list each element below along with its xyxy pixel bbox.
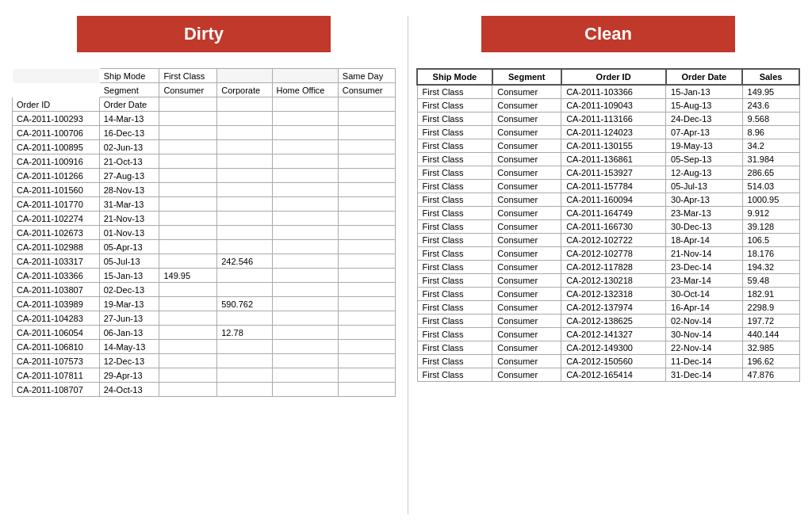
dirty-subheader-cell xyxy=(272,97,338,112)
dirty-cell xyxy=(272,197,338,212)
table-row: CA-2011-10298805-Apr-13 xyxy=(13,240,396,254)
clean-cell: First Class xyxy=(417,288,492,301)
dirty-cell xyxy=(159,140,217,154)
dirty-header2-cell: Corporate xyxy=(217,83,272,97)
table-row: CA-2011-10029314-Mar-13 xyxy=(13,112,396,126)
dirty-cell xyxy=(272,340,338,354)
dirty-cell xyxy=(272,240,338,254)
dirty-cell xyxy=(217,140,272,154)
table-row: CA-2011-10089502-Jun-13 xyxy=(13,140,396,154)
dirty-cell xyxy=(272,311,338,326)
clean-cell: 34.2 xyxy=(742,139,799,153)
table-row: First ClassConsumerCA-2012-13797416-Apr-… xyxy=(417,301,799,315)
clean-cell: Consumer xyxy=(492,139,561,153)
clean-cell: 149.95 xyxy=(742,85,799,99)
dirty-cell xyxy=(272,383,338,397)
dirty-cell xyxy=(217,212,272,226)
clean-cell: 106.5 xyxy=(742,234,799,247)
dirty-cell xyxy=(338,240,395,254)
clean-table-container: Ship ModeSegmentOrder IDOrder DateSales … xyxy=(416,68,800,382)
dirty-header2-cell: Home Office xyxy=(272,83,338,97)
clean-cell: CA-2011-103366 xyxy=(561,85,666,99)
dirty-cell: CA-2011-106054 xyxy=(13,326,100,340)
dirty-cell xyxy=(159,368,217,383)
clean-cell: CA-2011-153927 xyxy=(561,166,666,180)
clean-cell: Consumer xyxy=(492,274,561,288)
clean-cell: CA-2012-117828 xyxy=(561,261,666,274)
clean-cell: CA-2012-102722 xyxy=(561,234,666,247)
clean-cell: 22-Nov-14 xyxy=(666,341,743,355)
dirty-cell xyxy=(338,112,395,126)
clean-cell: CA-2011-113166 xyxy=(561,112,666,126)
clean-cell: CA-2011-157784 xyxy=(561,180,666,193)
dirty-cell xyxy=(272,354,338,368)
table-row: CA-2011-10267301-Nov-13 xyxy=(13,226,396,240)
dirty-cell xyxy=(338,254,395,269)
clean-cell: 12-Aug-13 xyxy=(666,166,743,180)
clean-cell: 30-Apr-13 xyxy=(666,193,743,207)
dirty-header2-cell: Consumer xyxy=(338,83,395,97)
dirty-cell xyxy=(338,226,395,240)
dirty-cell xyxy=(338,169,395,183)
dirty-cell xyxy=(272,326,338,340)
dirty-subheader-cell xyxy=(338,97,395,112)
dirty-header1-cell xyxy=(272,69,338,83)
dirty-cell xyxy=(217,368,272,383)
clean-cell: CA-2011-130155 xyxy=(561,139,666,153)
clean-cell: Consumer xyxy=(492,261,561,274)
dirty-cell xyxy=(159,326,217,340)
dirty-cell xyxy=(338,269,395,283)
clean-cell: 1000.95 xyxy=(742,193,799,207)
dirty-cell xyxy=(159,197,217,212)
dirty-cell xyxy=(217,197,272,212)
clean-cell: First Class xyxy=(417,220,492,234)
table-row: First ClassConsumerCA-2011-13015519-May-… xyxy=(417,139,799,153)
table-row: First ClassConsumerCA-2012-10272218-Apr-… xyxy=(417,234,799,247)
dirty-subheader-cell: Order Date xyxy=(99,97,159,112)
dirty-cell xyxy=(217,169,272,183)
dirty-cell xyxy=(272,269,338,283)
clean-cell: 182.91 xyxy=(742,288,799,301)
clean-cell: 30-Oct-14 xyxy=(666,288,743,301)
dirty-subheader-cell xyxy=(217,97,272,112)
clean-cell: First Class xyxy=(417,328,492,341)
clean-cell: Consumer xyxy=(492,288,561,301)
dirty-cell xyxy=(159,112,217,126)
dirty-cell xyxy=(217,354,272,368)
clean-cell: First Class xyxy=(417,166,492,180)
clean-cell: CA-2012-130218 xyxy=(561,274,666,288)
dirty-cell xyxy=(159,226,217,240)
dirty-title: Dirty xyxy=(77,16,331,52)
clean-cell: 15-Jan-13 xyxy=(666,85,743,99)
table-row: CA-2011-10156028-Nov-13 xyxy=(13,183,396,197)
dirty-cell xyxy=(338,326,395,340)
clean-cell: 16-Apr-14 xyxy=(666,301,743,315)
dirty-cell xyxy=(272,126,338,140)
dirty-cell: CA-2011-108707 xyxy=(13,383,100,397)
dirty-cell: 21-Oct-13 xyxy=(99,154,159,169)
table-row: CA-2011-10428327-Jun-13 xyxy=(13,311,396,326)
table-row: CA-2011-10331705-Jul-13242.546 xyxy=(13,254,396,269)
dirty-cell xyxy=(272,112,338,126)
dirty-cell: 27-Jun-13 xyxy=(99,311,159,326)
dirty-cell: 27-Aug-13 xyxy=(99,169,159,183)
clean-header-cell: Sales xyxy=(742,69,799,85)
dirty-header1-cell: Same Day xyxy=(338,69,395,83)
table-row: CA-2011-10336615-Jan-13149.95 xyxy=(13,269,396,283)
dirty-cell: 29-Apr-13 xyxy=(99,368,159,383)
clean-cell: 23-Mar-14 xyxy=(666,274,743,288)
dirty-cell xyxy=(272,140,338,154)
dirty-cell: CA-2011-103317 xyxy=(13,254,100,269)
clean-cell: 9.912 xyxy=(742,207,799,220)
table-row: CA-2011-10227421-Nov-13 xyxy=(13,212,396,226)
clean-cell: CA-2011-136861 xyxy=(561,153,666,166)
dirty-cell xyxy=(272,169,338,183)
dirty-cell xyxy=(217,269,272,283)
clean-cell: 19-May-13 xyxy=(666,139,743,153)
dirty-cell xyxy=(159,154,217,169)
dirty-header1-cell: First Class xyxy=(159,69,217,83)
clean-cell: Consumer xyxy=(492,247,561,261)
table-row: CA-2011-10091621-Oct-13 xyxy=(13,154,396,169)
dirty-cell: CA-2011-103366 xyxy=(13,269,100,283)
clean-cell: Consumer xyxy=(492,207,561,220)
